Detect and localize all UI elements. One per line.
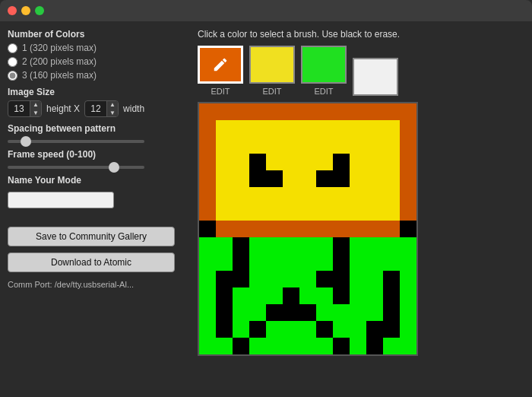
pixel-cell[interactable] <box>400 137 416 154</box>
download-atomic-button[interactable]: Download to Atomic <box>8 252 175 272</box>
pixel-cell[interactable] <box>249 287 266 304</box>
pixel-cell[interactable] <box>383 154 400 170</box>
pixel-cell[interactable] <box>199 187 216 204</box>
pixel-cell[interactable] <box>233 137 249 154</box>
pixel-cell[interactable] <box>400 221 416 237</box>
save-community-button[interactable]: Save to Community Gallery <box>8 227 175 246</box>
pixel-grid[interactable] <box>198 102 418 356</box>
swatch-box-0[interactable] <box>198 46 243 84</box>
pixel-cell[interactable] <box>299 154 316 170</box>
pixel-cell[interactable] <box>216 120 233 137</box>
pixel-cell[interactable] <box>216 187 233 204</box>
pixel-cell[interactable] <box>283 120 299 137</box>
pixel-cell[interactable] <box>233 237 249 254</box>
pixel-cell[interactable] <box>249 338 266 354</box>
pixel-cell[interactable] <box>249 154 266 170</box>
pixel-cell[interactable] <box>216 287 233 304</box>
pixel-cell[interactable] <box>383 338 400 354</box>
pixel-cell[interactable] <box>400 103 416 120</box>
pixel-cell[interactable] <box>233 204 249 221</box>
spacing-slider[interactable] <box>8 140 144 143</box>
pixel-cell[interactable] <box>233 154 249 170</box>
pixel-cell[interactable] <box>216 204 233 221</box>
pixel-cell[interactable] <box>216 338 233 354</box>
pixel-cell[interactable] <box>333 254 350 271</box>
close-button[interactable] <box>8 6 17 15</box>
pixel-cell[interactable] <box>333 271 350 287</box>
swatch-item-1[interactable]: EDIT <box>249 46 295 96</box>
pixel-cell[interactable] <box>216 304 233 321</box>
pixel-cell[interactable] <box>266 137 283 154</box>
pixel-cell[interactable] <box>400 287 416 304</box>
pixel-cell[interactable] <box>316 103 333 120</box>
pixel-cell[interactable] <box>283 338 299 354</box>
pixel-cell[interactable] <box>249 137 266 154</box>
pixel-cell[interactable] <box>199 271 216 287</box>
pixel-cell[interactable] <box>299 304 316 321</box>
width-down[interactable]: ▼ <box>107 109 118 117</box>
width-spinbox[interactable]: 12 ▲ ▼ <box>84 100 119 117</box>
pixel-cell[interactable] <box>283 204 299 221</box>
radio-1[interactable] <box>8 43 17 53</box>
pixel-cell[interactable] <box>266 287 283 304</box>
pixel-cell[interactable] <box>350 254 366 271</box>
pixel-cell[interactable] <box>400 187 416 204</box>
pixel-cell[interactable] <box>316 137 333 154</box>
pixel-cell[interactable] <box>383 221 400 237</box>
pixel-cell[interactable] <box>266 304 283 321</box>
pixel-cell[interactable] <box>249 321 266 338</box>
pixel-cell[interactable] <box>366 321 383 338</box>
pixel-cell[interactable] <box>366 271 383 287</box>
swatch-item-3[interactable] <box>353 58 398 96</box>
pixel-cell[interactable] <box>366 287 383 304</box>
pixel-cell[interactable] <box>199 221 216 237</box>
frame-speed-slider[interactable] <box>8 166 144 169</box>
pixel-cell[interactable] <box>299 338 316 354</box>
pixel-cell[interactable] <box>350 120 366 137</box>
height-up[interactable]: ▲ <box>30 100 41 109</box>
pixel-cell[interactable] <box>233 338 249 354</box>
pixel-cell[interactable] <box>383 304 400 321</box>
pixel-cell[interactable] <box>299 187 316 204</box>
pixel-cell[interactable] <box>283 271 299 287</box>
pixel-cell[interactable] <box>216 271 233 287</box>
pixel-cell[interactable] <box>400 120 416 137</box>
radio-item-2[interactable]: 2 (200 pixels max) <box>8 56 190 67</box>
pixel-cell[interactable] <box>249 103 266 120</box>
pixel-cell[interactable] <box>350 338 366 354</box>
pixel-cell[interactable] <box>333 187 350 204</box>
pixel-cell[interactable] <box>199 237 216 254</box>
minimize-button[interactable] <box>21 6 30 15</box>
pixel-cell[interactable] <box>333 237 350 254</box>
pixel-cell[interactable] <box>316 287 333 304</box>
pixel-cell[interactable] <box>216 170 233 187</box>
pixel-cell[interactable] <box>249 221 266 237</box>
pixel-cell[interactable] <box>299 321 316 338</box>
pixel-cell[interactable] <box>216 321 233 338</box>
pixel-cell[interactable] <box>233 103 249 120</box>
height-spinbox[interactable]: 13 ▲ ▼ <box>8 100 42 117</box>
pixel-cell[interactable] <box>283 287 299 304</box>
pixel-cell[interactable] <box>400 204 416 221</box>
swatch-box-1[interactable] <box>249 46 295 84</box>
height-down[interactable]: ▼ <box>30 109 41 117</box>
pixel-cell[interactable] <box>350 154 366 170</box>
pixel-cell[interactable] <box>400 271 416 287</box>
pixel-cell[interactable] <box>400 321 416 338</box>
pixel-cell[interactable] <box>366 137 383 154</box>
pixel-cell[interactable] <box>266 237 283 254</box>
pixel-cell[interactable] <box>383 237 400 254</box>
pixel-cell[interactable] <box>350 170 366 187</box>
pixel-cell[interactable] <box>216 154 233 170</box>
pixel-cell[interactable] <box>333 154 350 170</box>
pixel-cell[interactable] <box>283 170 299 187</box>
pixel-cell[interactable] <box>333 204 350 221</box>
pixel-cell[interactable] <box>299 254 316 271</box>
pixel-cell[interactable] <box>199 154 216 170</box>
pixel-cell[interactable] <box>233 321 249 338</box>
pixel-cell[interactable] <box>249 170 266 187</box>
pixel-cell[interactable] <box>316 237 333 254</box>
pixel-cell[interactable] <box>216 137 233 154</box>
pixel-cell[interactable] <box>383 187 400 204</box>
pixel-cell[interactable] <box>266 170 283 187</box>
